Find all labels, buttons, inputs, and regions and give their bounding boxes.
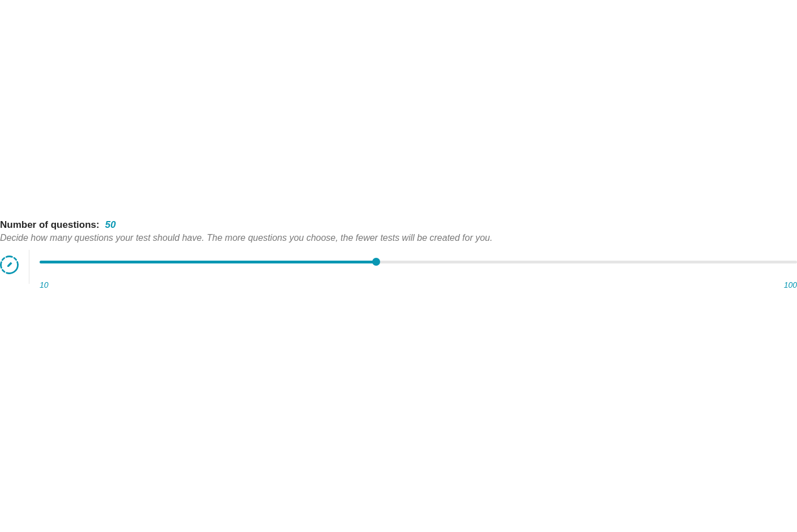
vertical-divider [29, 250, 29, 284]
edit-target-icon [0, 256, 19, 274]
section-title: Number of questions: [0, 219, 100, 231]
section-header: Number of questions: 50 [0, 219, 797, 231]
section-description: Decide how many questions your test shou… [0, 233, 797, 243]
current-value-display: 50 [105, 219, 116, 231]
slider-max-label: 100 [784, 280, 797, 289]
slider-thumb[interactable] [372, 258, 380, 266]
question-count-slider[interactable] [40, 258, 797, 266]
slider-min-label: 10 [40, 280, 49, 289]
slider-track-fill [40, 261, 376, 263]
